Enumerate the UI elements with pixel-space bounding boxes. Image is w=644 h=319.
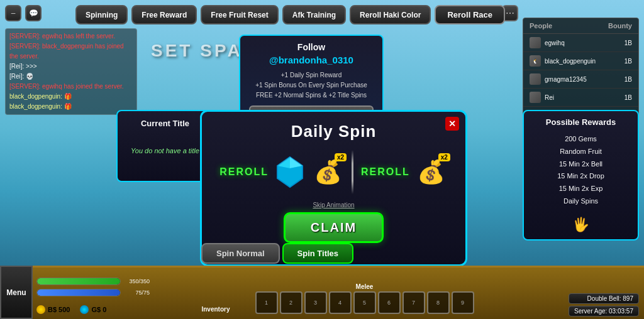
x2-badge-1: x2	[335, 153, 347, 161]
chat-box: [SERVER]: egwihq has left the server. [S…	[5, 28, 137, 115]
x2-badge-2: x2	[438, 153, 450, 161]
afk-training-button[interactable]: Afk Training	[282, 5, 346, 24]
inventory-area: Inventory Melee 1 2 3 4 5 6 7 8 9	[157, 283, 518, 314]
hp-label: 350/350	[125, 278, 150, 284]
menu-button[interactable]: Menu	[0, 266, 33, 319]
lb-avatar	[530, 92, 541, 103]
inventory-section: Inventory	[201, 306, 230, 314]
melee-slot-3[interactable]: 3	[304, 291, 327, 314]
svg-marker-3	[277, 166, 303, 187]
reroll-label-2: REROLL	[361, 166, 410, 178]
current-title-heading: Current Title	[125, 119, 205, 128]
lb-bounty: 1B	[596, 58, 632, 65]
hp-bar-container	[36, 278, 121, 285]
chat-line: [SERVER]: black_dogpenguin has joined th…	[9, 41, 133, 62]
lb-avatar: 🐧	[530, 55, 541, 67]
lb-name: Rei	[545, 94, 594, 101]
spin-tabs: Spin Normal Spin Titles	[201, 243, 353, 264]
melee-slot-6[interactable]: 6	[378, 291, 401, 314]
cursor-icon: 🖐	[533, 217, 629, 233]
lb-people-header: People	[530, 22, 594, 30]
inventory-label: Inventory	[201, 306, 230, 313]
reroll-haki-color-button[interactable]: Reroll Haki Color	[350, 5, 431, 24]
minus-icon: –	[11, 9, 16, 18]
melee-slot-5[interactable]: 5	[353, 291, 376, 314]
slot-coinbag-2: 💰 x2	[415, 156, 448, 188]
lb-bounty-header: Bounty	[594, 22, 632, 30]
reward-item: Random Fruit	[533, 146, 629, 158]
chat-line: black_dogpenguin: 🎁	[9, 102, 133, 112]
follow-reward-3: FREE +2 Normal Spins & +2 Title Spins	[249, 90, 374, 100]
lb-row: Rei 1B	[523, 89, 638, 107]
melee-slot-2[interactable]: 2	[280, 291, 303, 314]
reward-item: 15 Min 2x Exp	[533, 183, 629, 195]
current-title-panel: Current Title You do not have a title	[116, 110, 214, 182]
spin-titles-tab[interactable]: Spin Titles	[282, 243, 354, 264]
melee-slot-8[interactable]: 8	[427, 291, 450, 314]
free-reward-button[interactable]: Free Reward	[131, 5, 197, 24]
lb-name: gmagma12345	[545, 76, 594, 83]
lb-name: egwihq	[545, 40, 594, 46]
reward-item: 200 Gems	[533, 133, 629, 146]
daily-spin-title: Daily Spin	[212, 122, 455, 141]
hp-bar	[37, 278, 120, 284]
spinning-button[interactable]: Spinning	[75, 5, 128, 24]
gold-icon	[36, 305, 45, 314]
chat-line: [Rei]: >>>	[9, 62, 133, 72]
melee-slot-9[interactable]: 9	[452, 291, 474, 314]
lb-bounty: 1B	[594, 94, 632, 101]
chat-line: [Rei]: 💀	[9, 72, 133, 82]
gem-label: G$ 0	[91, 306, 106, 313]
chat-button[interactable]: 💬	[25, 5, 42, 21]
spin-normal-tab[interactable]: Spin Normal	[201, 243, 280, 264]
reward-item: Daily Spins	[533, 195, 629, 208]
melee-slot-1[interactable]: 1	[255, 291, 278, 314]
slot-reroll-1: REROLL	[219, 166, 269, 178]
melee-slots-row: 1 2 3 4 5 6 7 8 9	[255, 291, 474, 314]
lb-row: gmagma12345 1B	[523, 70, 638, 89]
melee-slot-4[interactable]: 4	[329, 291, 352, 314]
lb-avatar	[530, 37, 541, 48]
follow-reward-1: +1 Daily Spin Reward	[249, 70, 374, 80]
gem-icon	[274, 156, 306, 188]
possible-rewards-panel: Possible Rewards 200 Gems Random Fruit 1…	[523, 110, 639, 241]
double-bell-label: Double Bell: 897	[569, 293, 639, 304]
gold-label: B$ 500	[48, 306, 70, 313]
follow-title: Follow	[249, 42, 374, 52]
claim-button[interactable]: CLAIM	[284, 212, 384, 243]
rewards-title: Possible Rewards	[533, 117, 629, 127]
lb-avatar	[530, 73, 541, 85]
gold-currency: B$ 500	[36, 305, 70, 314]
slot-gem	[274, 156, 306, 188]
energy-bar	[37, 289, 120, 296]
energy-label: 75/75	[125, 289, 150, 296]
reward-item: 15 Min 2x Drop	[533, 170, 629, 183]
gem-currency: G$ 0	[80, 305, 106, 314]
free-fruit-reset-button[interactable]: Free Fruit Reset	[201, 5, 278, 24]
chat-icon: 💬	[29, 9, 38, 18]
chat-line: [SERVER]: egwihq has left the server.	[9, 31, 133, 41]
hp-row: 350/350	[36, 278, 150, 285]
coin-bag-1: 💰 x2	[311, 156, 344, 188]
reroll-race-button[interactable]: Reroll Race	[435, 5, 505, 24]
coin-bag-2: 💰 x2	[415, 156, 448, 188]
energy-bar-container	[36, 289, 121, 296]
server-age-label: Server Age: 03:03:57	[569, 306, 639, 316]
chat-line: black_dogpenguin: 🎁	[9, 92, 133, 102]
modal-close-button[interactable]: ✕	[445, 117, 459, 131]
lb-name: black_dogpenguin	[545, 58, 596, 65]
minimize-button[interactable]: –	[5, 5, 21, 21]
slot-reroll-2: REROLL	[361, 166, 410, 178]
slot-coinbag-1: 💰 x2	[311, 156, 344, 188]
menu-label: Menu	[6, 288, 26, 297]
lb-row: 🐧 black_dogpenguin 1B	[523, 52, 638, 70]
gem-currency-icon	[80, 305, 89, 314]
follow-reward-2: +1 Spin Bonus On Every Spin Purchase	[249, 80, 374, 90]
no-title-label: You do not have a title	[125, 147, 205, 154]
spin-slots-area: REROLL 💰 x2 REROLL �	[212, 150, 455, 194]
skip-animation-button[interactable]: Skip Animation	[313, 202, 354, 208]
melee-slot-7[interactable]: 7	[402, 291, 425, 314]
reward-item: 15 Min 2x Bell	[533, 158, 629, 171]
currency-row: B$ 500 G$ 0	[36, 305, 106, 314]
chat-line: [SERVER]: egwihq has joined the server.	[9, 82, 133, 92]
